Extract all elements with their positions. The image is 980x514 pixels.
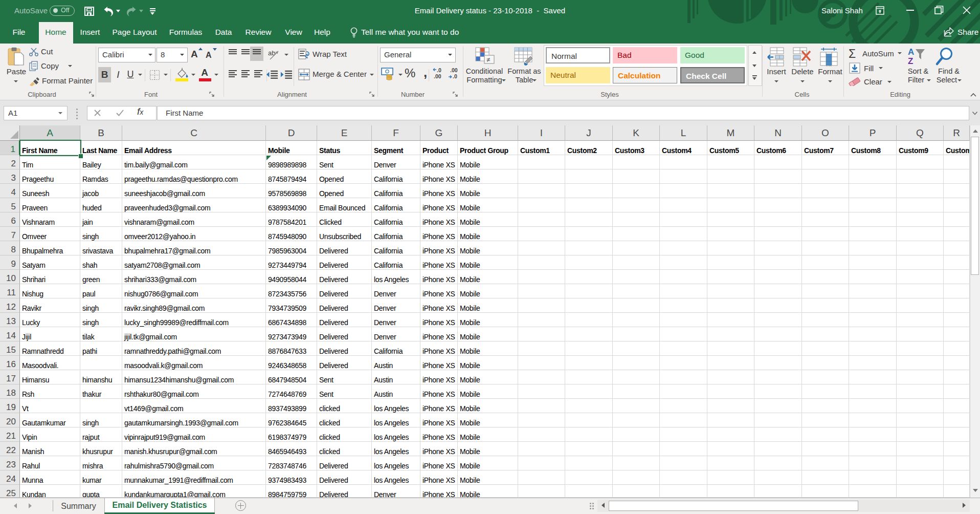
svg-text:.00: .00 [450,68,458,73]
svg-text:.00: .00 [434,73,441,79]
svg-text:≠: ≠ [486,56,490,63]
svg-text:.0: .0 [437,68,441,73]
svg-text:.0: .0 [453,73,457,79]
svg-text:Z: Z [908,56,913,66]
svg-text:A: A [908,47,914,57]
